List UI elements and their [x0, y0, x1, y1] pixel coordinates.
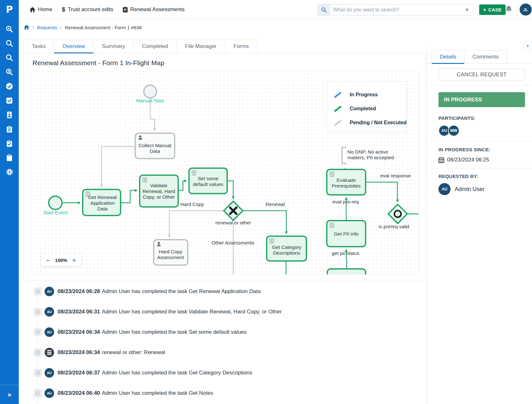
- left-sidebar: $ »: [0, 19, 19, 404]
- breadcrumb-link-requests[interactable]: Requests: [37, 25, 57, 30]
- gateway-label-is-prereq-valid: is prereq valid: [379, 224, 410, 229]
- clipboard-check-icon: [6, 140, 13, 147]
- svg-text:Get PII info: Get PII info: [334, 231, 359, 236]
- legend-label: Completed: [350, 106, 376, 112]
- in-progress-since-label: IN PROGRESS SINCE:: [438, 147, 525, 152]
- edge-label-hard-copy: Hard Copy: [180, 202, 204, 207]
- nav-item-renewal-assessments[interactable]: Renewal Assessments: [123, 6, 185, 13]
- sidebar-item-id-badge[interactable]: [6, 111, 13, 119]
- node-validate-renewal: ValidateRenewal, HardCopy, or Other: [140, 175, 178, 207]
- user-avatar[interactable]: JL: [520, 3, 532, 16]
- details-panel-tabs: Details Comments: [427, 50, 532, 64]
- start-event-label: Start Event: [43, 210, 68, 215]
- search-input[interactable]: [330, 7, 461, 13]
- task-marker: [34, 287, 42, 296]
- requested-by-label: REQUESTED BY:: [438, 174, 525, 179]
- completed-swatch: [334, 106, 341, 112]
- sidebar-item-search-1[interactable]: [6, 39, 13, 47]
- timeline-timestamp: 08/23/2024 06:34: [58, 349, 100, 355]
- annotation-text: No DNP, No active: [347, 149, 388, 154]
- notifications-button[interactable]: [505, 5, 512, 14]
- requested-by-name: Admin User: [455, 186, 485, 193]
- sidebar-item-search-2[interactable]: [6, 54, 13, 61]
- search-icon: [6, 40, 13, 47]
- tab-summary[interactable]: Summary: [93, 40, 134, 53]
- square-icon: [36, 310, 39, 313]
- sidebar-item-search-dollar[interactable]: $: [6, 68, 13, 76]
- new-case-button[interactable]: + CASE: [479, 4, 506, 15]
- cancel-request-button[interactable]: CANCEL REQUEST: [438, 69, 525, 80]
- zoom-in-button[interactable]: +: [72, 257, 76, 264]
- timeline-text: renewal or other: Renewal: [102, 349, 165, 355]
- zoom-level: 100%: [55, 257, 67, 263]
- sidebar-item-completed[interactable]: [6, 82, 13, 90]
- gateway-renewal-or-other: [224, 201, 243, 220]
- in-progress-since-value: 08/23/2024 06:25: [447, 157, 489, 163]
- timeline-text: Admin User has completed the task Valida…: [102, 309, 282, 315]
- participants-avatars: AU MW: [438, 125, 525, 136]
- avatar: AU: [45, 307, 54, 317]
- tab-forms[interactable]: Forms: [225, 40, 257, 53]
- sidebar-item-clipboard-list[interactable]: [6, 125, 13, 133]
- collapse-panel-button[interactable]: ›: [523, 41, 532, 50]
- timeline-text: Admin User has completed the task Set so…: [102, 329, 247, 335]
- tab-file-manager[interactable]: File Manager: [176, 40, 225, 53]
- search-clear-icon[interactable]: ×: [461, 7, 473, 13]
- sidebar-item-search-plus[interactable]: [6, 25, 13, 33]
- task-marker: [34, 389, 42, 397]
- diamond-icon: [36, 350, 40, 355]
- node-partial-bottom: [327, 269, 366, 275]
- in-progress-since-section: IN PROGRESS SINCE: 08/23/2024 06:25: [427, 142, 532, 168]
- zoom-out-button[interactable]: −: [46, 257, 50, 264]
- nav-item-trust-account-edits[interactable]: $ Trust account edits: [62, 6, 113, 13]
- search-plus-icon: [6, 25, 13, 33]
- breadcrumb-separator: /: [32, 25, 34, 30]
- bell-icon: [505, 5, 512, 13]
- tab-tasks[interactable]: Tasks: [23, 40, 54, 53]
- sidebar-item-settings[interactable]: [6, 168, 13, 176]
- process-map-canvas[interactable]: Collect ManualData Get RenewalApplicatio…: [31, 71, 419, 275]
- breadcrumb-home[interactable]: [24, 25, 29, 30]
- search-icon: [6, 54, 13, 61]
- sidebar-icons: $: [0, 19, 19, 176]
- legend-item-pending: Pending / Not Executed: [333, 116, 407, 130]
- edge-label-renewal: Renewal: [266, 202, 285, 207]
- expand-sidebar-icon[interactable]: »: [7, 391, 11, 398]
- clipboard-icon: [6, 154, 13, 161]
- case-button-label: CASE: [488, 7, 501, 12]
- square-icon: [36, 371, 39, 374]
- app-logo[interactable]: P: [0, 0, 19, 19]
- dollar-icon: $: [62, 6, 65, 13]
- manual-start-label: Manual Start: [136, 98, 164, 103]
- zoom-control: − 100% +: [41, 254, 81, 266]
- top-navbar: P Home $ Trust account edits Renewal Ass…: [0, 0, 532, 19]
- gear-icon: [6, 168, 13, 176]
- task-marker: [34, 369, 42, 377]
- avatar[interactable]: MW: [448, 125, 459, 136]
- tab-comments[interactable]: Comments: [464, 50, 507, 63]
- tab-details[interactable]: Details: [431, 50, 465, 63]
- sidebar-item-clipboard[interactable]: [6, 154, 13, 161]
- in-progress-swatch: [334, 92, 341, 98]
- tab-completed[interactable]: Completed: [133, 40, 177, 53]
- svg-text:Get CategoryDescriptions: Get CategoryDescriptions: [272, 244, 301, 256]
- edge-manual-start-to-collect: [150, 99, 155, 131]
- tab-overview[interactable]: Overview: [54, 40, 94, 53]
- task-marker: [34, 308, 42, 316]
- search-icon-box: [318, 4, 330, 15]
- nav-item-home[interactable]: Home: [30, 6, 52, 13]
- requested-by-section: REQUESTED BY: AU Admin User: [427, 168, 532, 200]
- sidebar-item-tasks[interactable]: [6, 97, 13, 104]
- page-title: Renewal Assessment - Form 1 In-Flight Ma…: [32, 59, 425, 67]
- nav-item-label: Home: [38, 6, 52, 13]
- clipboard-icon: [123, 7, 128, 12]
- breadcrumb-current: Renewal Assessment - Form 1 #638: [65, 25, 142, 30]
- timeline-entry-gateway: 08/23/2024 06:34renewal or other: Renewa…: [34, 342, 425, 363]
- avatar[interactable]: AU: [438, 183, 451, 195]
- edge-label-other-assessments: Other Assessments: [212, 240, 255, 245]
- sidebar-item-clipboard-check[interactable]: [6, 140, 13, 147]
- legend-item-in-progress: In Progress: [333, 88, 407, 102]
- edge-gateway-hard-copy-to-assessment: [169, 211, 223, 237]
- node-get-renewal-application-data: Get RenewalApplicationData: [83, 189, 121, 216]
- timeline-timestamp: 08/23/2024 06:37: [58, 370, 100, 376]
